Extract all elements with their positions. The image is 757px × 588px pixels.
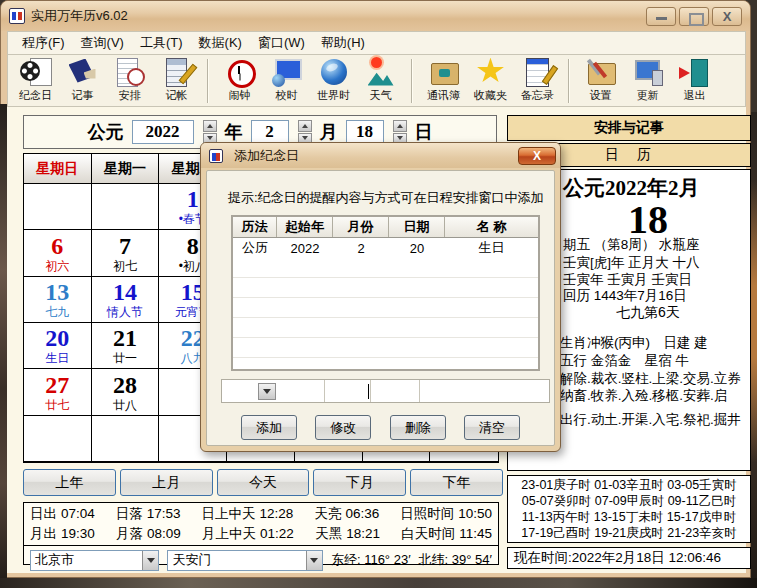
calendar-header: 星期日 bbox=[24, 154, 92, 184]
toolbar-button-settings[interactable]: 设置 bbox=[577, 57, 624, 105]
table-empty-grid bbox=[233, 258, 538, 369]
calendar-cell[interactable]: 28廿八 bbox=[92, 369, 160, 415]
toolbar-button-contacts[interactable]: 通讯簿 bbox=[420, 57, 467, 105]
toolbar-separator bbox=[207, 59, 209, 103]
menu-item[interactable]: 查询(V) bbox=[73, 32, 132, 54]
dialog-title-bar: 添加纪念日 X bbox=[201, 143, 560, 168]
dialog-button-删除[interactable]: 删除 bbox=[390, 415, 446, 440]
toolbar-button-label: 闹钟 bbox=[229, 88, 251, 103]
panel-info-line: 回历 1443年7月16日 bbox=[563, 287, 687, 305]
menu-item[interactable]: 数据(K) bbox=[191, 32, 250, 54]
panel-header-schedule[interactable]: 安排与记事 bbox=[507, 115, 751, 141]
calendar-cell[interactable] bbox=[24, 184, 92, 230]
year-input[interactable]: 2022 bbox=[132, 120, 194, 144]
table-column-header: 日期 bbox=[389, 217, 445, 237]
sun-info-pair: 日上中天12:28 bbox=[202, 505, 294, 523]
day-number: 1 bbox=[187, 187, 199, 212]
minimize-button[interactable] bbox=[646, 7, 676, 26]
sun-info-pair: 月出19:30 bbox=[30, 525, 95, 543]
toolbar-button-label: 通讯簿 bbox=[427, 88, 460, 103]
hour-line: 05-07癸卯时 07-09甲辰时 09-11乙巳时 bbox=[508, 493, 750, 509]
day-label: 情人节 bbox=[107, 306, 143, 319]
toolbar-button-synctime[interactable]: 校时 bbox=[263, 57, 310, 105]
toolbar-button-notes[interactable]: 记事 bbox=[59, 57, 106, 105]
new-entry-row[interactable] bbox=[221, 379, 550, 403]
menu-item[interactable]: 窗口(W) bbox=[250, 32, 313, 54]
desktop-strip-bottom bbox=[0, 578, 757, 588]
calendar-type-dropdown-icon[interactable] bbox=[258, 383, 276, 400]
toolbar-button-label: 记事 bbox=[72, 88, 94, 103]
calendar-cell[interactable]: 6初六 bbox=[24, 230, 92, 276]
toolbar-button-label: 记帐 bbox=[166, 88, 188, 103]
month-stepper[interactable] bbox=[298, 120, 312, 144]
toolbar-button-label: 校时 bbox=[276, 88, 298, 103]
reel-icon bbox=[19, 57, 53, 87]
dialog-close-button[interactable]: X bbox=[518, 147, 556, 165]
dialog-button-修改[interactable]: 修改 bbox=[315, 415, 371, 440]
toolbar-button-update[interactable]: 更新 bbox=[624, 57, 671, 105]
menu-item[interactable]: 帮助(H) bbox=[313, 32, 373, 54]
table-column-header: 月份 bbox=[333, 217, 389, 237]
calendar-cell[interactable] bbox=[92, 184, 160, 230]
toolbar-button-exit[interactable]: 退出 bbox=[671, 57, 718, 105]
calendar-header: 星期一 bbox=[92, 154, 160, 184]
calendar-cell[interactable]: 21廿一 bbox=[92, 323, 160, 369]
toolbar-button-sched[interactable]: 安排 bbox=[106, 57, 153, 105]
place-dropdown-icon[interactable] bbox=[306, 551, 322, 570]
nav-button[interactable]: 下年 bbox=[410, 469, 503, 496]
year-stepper[interactable] bbox=[203, 120, 217, 144]
calendar-nav: 上年上月今天下月下年 bbox=[23, 469, 503, 496]
nav-button[interactable]: 今天 bbox=[217, 469, 310, 496]
current-time: 现在时间:2022年2月18日 12:06:46 bbox=[507, 547, 751, 569]
maximize-button[interactable] bbox=[679, 7, 709, 26]
toolbar-button-star[interactable]: 收藏夹 bbox=[467, 57, 514, 105]
calendar-cell[interactable]: 13七九 bbox=[24, 277, 92, 323]
toolbar-separator bbox=[411, 59, 413, 103]
nav-button[interactable]: 下月 bbox=[313, 469, 406, 496]
nav-button[interactable]: 上年 bbox=[23, 469, 116, 496]
toolbar-button-label: 世界时 bbox=[317, 88, 350, 103]
calendar-cell[interactable]: 7初七 bbox=[92, 230, 160, 276]
toolbar-button-weather[interactable]: 天气 bbox=[357, 57, 404, 105]
day-label: 初六 bbox=[45, 260, 69, 273]
synctime-icon bbox=[270, 57, 304, 87]
menu-item[interactable]: 工具(T) bbox=[132, 32, 191, 54]
city-dropdown-icon[interactable] bbox=[142, 551, 158, 570]
toolbar-button-memo[interactable]: 备忘录 bbox=[514, 57, 561, 105]
calendar-cell[interactable]: 14情人节 bbox=[92, 277, 160, 323]
dialog-button-添加[interactable]: 添加 bbox=[241, 415, 297, 440]
title-bar: 实用万年历v6.02 X bbox=[1, 1, 750, 31]
sun-info-pair: 月上中天01:22 bbox=[202, 525, 294, 543]
calendar-cell[interactable] bbox=[24, 416, 92, 462]
toolbar-button-alarm[interactable]: 闹钟 bbox=[216, 57, 263, 105]
month-input[interactable]: 2 bbox=[251, 120, 289, 144]
almanac-line: 解除.裁衣.竖柱.上梁.交易.立券 bbox=[560, 370, 741, 388]
sun-info-pair: 日出07:04 bbox=[30, 505, 95, 523]
calendar-cell[interactable]: 27廿七 bbox=[24, 369, 92, 415]
notes-icon bbox=[66, 57, 100, 87]
settings-icon bbox=[584, 57, 618, 87]
toolbar-button-calc[interactable]: 记帐 bbox=[153, 57, 200, 105]
sun-moon-panel: 日出07:04日落17:53日上中天12:28天亮06:36日照时间10:50 … bbox=[23, 502, 499, 565]
dialog-button-清空[interactable]: 清空 bbox=[464, 415, 520, 440]
toolbar-button-label: 更新 bbox=[637, 88, 659, 103]
close-button[interactable]: X bbox=[712, 7, 742, 26]
table-cell: 2022 bbox=[277, 238, 333, 258]
day-number: 6 bbox=[51, 234, 63, 259]
menu-item[interactable]: 程序(F) bbox=[14, 32, 73, 54]
day-input[interactable]: 18 bbox=[346, 120, 384, 144]
calendar-cell[interactable]: 20生日 bbox=[24, 323, 92, 369]
toolbar-button-globe[interactable]: 世界时 bbox=[310, 57, 357, 105]
hour-line: 17-19己酉时 19-21庚戌时 21-23辛亥时 bbox=[508, 525, 750, 541]
day-stepper[interactable] bbox=[393, 120, 407, 144]
toolbar-button-label: 纪念日 bbox=[19, 88, 52, 103]
nav-button[interactable]: 上月 bbox=[120, 469, 213, 496]
toolbar-button-reel[interactable]: 纪念日 bbox=[12, 57, 59, 105]
city-value: 北京市 bbox=[31, 551, 142, 569]
day-number: 7 bbox=[119, 234, 131, 259]
calendar-cell[interactable] bbox=[92, 416, 160, 462]
exit-icon bbox=[678, 57, 712, 87]
city-select[interactable]: 北京市 bbox=[30, 550, 159, 571]
table-row[interactable]: 公历2022220生日 bbox=[233, 238, 538, 258]
place-select[interactable]: 天安门 bbox=[167, 550, 323, 571]
